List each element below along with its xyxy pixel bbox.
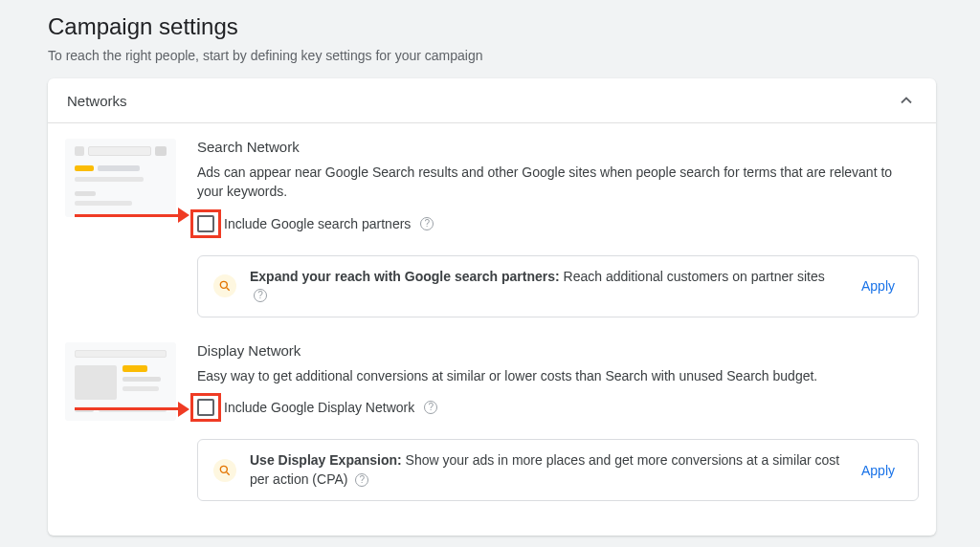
display-tip: Use Display Expansion: Show your ads in … bbox=[197, 439, 919, 501]
search-thumbnail bbox=[65, 139, 176, 217]
include-search-partners-checkbox[interactable] bbox=[197, 215, 214, 232]
magnifier-icon bbox=[213, 459, 236, 482]
include-display-network-checkbox[interactable] bbox=[197, 399, 214, 416]
apply-button[interactable]: Apply bbox=[854, 273, 902, 299]
display-desc: Easy way to get additional conversions a… bbox=[197, 366, 919, 385]
display-network-block: Display Network Easy way to get addition… bbox=[65, 342, 919, 509]
svg-line-1 bbox=[227, 288, 230, 291]
magnifier-icon bbox=[213, 274, 236, 297]
display-tip-text: Use Display Expansion: Show your ads in … bbox=[250, 451, 840, 489]
help-icon[interactable]: ? bbox=[254, 289, 267, 302]
svg-point-2 bbox=[220, 466, 227, 472]
search-desc: Ads can appear near Google Search result… bbox=[197, 163, 919, 202]
display-thumbnail bbox=[65, 342, 176, 421]
page-title: Campaign settings bbox=[48, 13, 936, 40]
svg-point-0 bbox=[220, 282, 227, 289]
search-tip: Expand your reach with Google search par… bbox=[197, 255, 919, 317]
search-checkbox-label: Include Google search partners bbox=[224, 216, 411, 231]
help-icon[interactable]: ? bbox=[420, 217, 434, 230]
search-tip-text: Expand your reach with Google search par… bbox=[250, 268, 840, 305]
display-checkbox-label: Include Google Display Network bbox=[224, 400, 414, 415]
search-network-block: Search Network Ads can appear near Googl… bbox=[65, 139, 919, 325]
display-title: Display Network bbox=[197, 342, 919, 359]
apply-button[interactable]: Apply bbox=[854, 457, 902, 484]
page-subtitle: To reach the right people, start by defi… bbox=[48, 48, 936, 63]
card-header[interactable]: Networks bbox=[48, 78, 936, 123]
search-title: Search Network bbox=[197, 139, 919, 155]
chevron-up-icon[interactable] bbox=[896, 90, 917, 111]
svg-line-3 bbox=[227, 471, 230, 474]
help-icon[interactable]: ? bbox=[424, 401, 437, 414]
networks-card: Networks Search Network bbox=[48, 78, 936, 536]
help-icon[interactable]: ? bbox=[355, 473, 368, 487]
card-title: Networks bbox=[67, 93, 127, 109]
